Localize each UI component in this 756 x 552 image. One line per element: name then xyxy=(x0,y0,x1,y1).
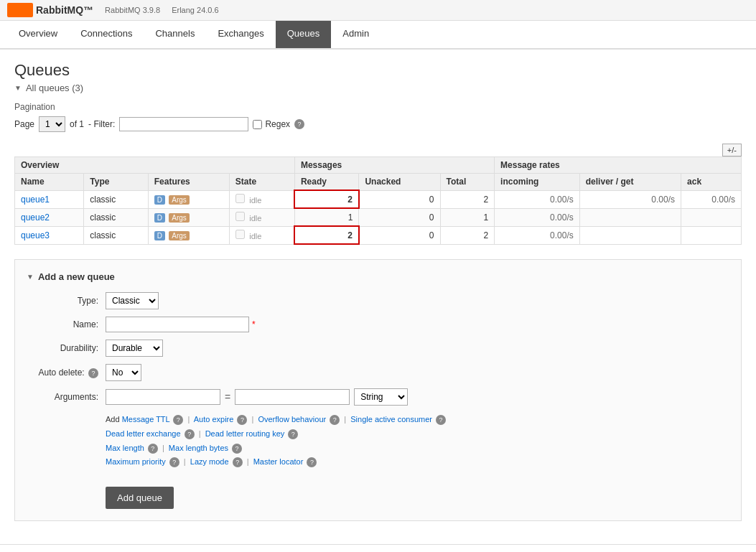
name-label: Name: xyxy=(27,319,106,329)
hint-message-ttl-help[interactable]: ? xyxy=(173,415,183,425)
equals-sign: = xyxy=(225,391,230,403)
cell-state: idle xyxy=(229,226,294,244)
hint-max-length-help[interactable]: ? xyxy=(148,444,158,454)
main-content: Queues ▼ All queues (3) Pagination Page … xyxy=(0,50,756,544)
page-select[interactable]: 1 xyxy=(39,116,65,132)
hint-overflow-help[interactable]: ? xyxy=(330,415,340,425)
cell-type: classic xyxy=(84,190,148,208)
hint-max-priority-help[interactable]: ? xyxy=(169,457,179,467)
hint-dead-letter-routing-key[interactable]: Dead letter routing key xyxy=(205,429,285,438)
badge-args: Args xyxy=(169,231,190,240)
regex-text: Regex xyxy=(265,119,290,129)
hint-auto-expire[interactable]: Auto expire xyxy=(194,415,234,424)
collapse-triangle: ▼ xyxy=(14,84,22,92)
arg-key-input[interactable] xyxy=(106,389,220,405)
cell-state: idle xyxy=(229,190,294,208)
nav-connections[interactable]: Connections xyxy=(69,21,144,48)
hint-auto-expire-help[interactable]: ? xyxy=(237,415,247,425)
cell-ack: 0.00/s xyxy=(681,190,742,208)
hint-dle-help[interactable]: ? xyxy=(185,429,195,439)
pagination-label: Pagination xyxy=(14,102,742,112)
nav-channels[interactable]: Channels xyxy=(144,21,206,48)
add-queue-section: ▼ Add a new queue Type: Classic Quorum N… xyxy=(14,259,742,521)
hint-dead-letter-exchange[interactable]: Dead letter exchange xyxy=(106,429,181,438)
arg-value-input[interactable] xyxy=(235,389,350,405)
th-ack: ack xyxy=(681,174,742,191)
th-name: Name xyxy=(15,174,84,191)
state-checkbox xyxy=(235,194,245,203)
erlang-text: Erlang 24.0.6 xyxy=(172,6,218,14)
hint-overflow-behaviour[interactable]: Overflow behaviour xyxy=(258,415,326,424)
add-hint-label: Add xyxy=(106,415,122,424)
nav-exchanges[interactable]: Exchanges xyxy=(206,21,275,48)
of-label: of 1 xyxy=(70,119,84,129)
required-star: * xyxy=(252,319,256,329)
add-queue-triangle: ▼ xyxy=(27,273,34,281)
state-text: idle xyxy=(249,232,261,240)
arguments-row: Arguments: = String Number Boolean xyxy=(27,388,729,406)
table-row: queue3 classic D Args idle 2 0 2 0.00/s xyxy=(15,226,742,244)
hint-single-active-help[interactable]: ? xyxy=(436,415,446,425)
regex-help-icon[interactable]: ? xyxy=(294,119,304,129)
badge-d: D xyxy=(154,213,165,223)
auto-delete-row: Auto delete: ? No Yes xyxy=(27,364,729,381)
auto-delete-select[interactable]: No Yes xyxy=(106,364,141,381)
hint-dlrk-help[interactable]: ? xyxy=(288,429,298,439)
logo: RabbitMQ™ xyxy=(7,3,93,17)
hint-max-length-bytes-help[interactable]: ? xyxy=(232,444,242,454)
cell-name[interactable]: queue1 xyxy=(15,190,84,208)
hint-message-ttl[interactable]: Message TTL xyxy=(122,415,170,424)
cell-name[interactable]: queue2 xyxy=(15,208,84,226)
th-incoming: incoming xyxy=(495,174,580,191)
logo-icon xyxy=(7,3,33,17)
nav-admin[interactable]: Admin xyxy=(331,21,381,48)
hint-master-locator[interactable]: Master locator xyxy=(253,457,304,466)
cell-ack xyxy=(681,226,742,244)
auto-delete-help-icon[interactable]: ? xyxy=(88,368,98,378)
hint-lazy-mode[interactable]: Lazy mode xyxy=(190,457,229,466)
footer: HTTP API Server Docs Tutorials Community… xyxy=(0,544,756,552)
logo-text: RabbitMQ™ xyxy=(36,4,93,16)
badge-d: D xyxy=(154,231,165,240)
cell-total: 2 xyxy=(440,190,495,208)
regex-checkbox[interactable] xyxy=(253,120,262,129)
nav-overview[interactable]: Overview xyxy=(7,21,69,48)
state-checkbox xyxy=(235,230,245,239)
cell-type: classic xyxy=(84,226,148,244)
durability-select[interactable]: Durable Transient xyxy=(106,340,163,357)
message-rates-header: Message rates xyxy=(495,157,742,174)
arguments-label: Arguments: xyxy=(27,392,106,402)
hint-max-length[interactable]: Max length xyxy=(106,444,144,452)
type-select[interactable]: Classic Quorum xyxy=(106,292,159,309)
hint-max-length-bytes[interactable]: Max length bytes xyxy=(169,444,228,452)
page-label: Page xyxy=(14,119,34,129)
hint-single-active-consumer[interactable]: Single active consumer xyxy=(350,415,432,424)
cell-state: idle xyxy=(229,208,294,226)
auto-delete-label: Auto delete: ? xyxy=(27,368,106,378)
version-text: RabbitMQ 3.9.8 xyxy=(105,6,160,14)
badge-args: Args xyxy=(169,213,190,223)
all-queues-header[interactable]: ▼ All queues (3) xyxy=(14,83,742,93)
add-queue-button[interactable]: Add queue xyxy=(106,487,174,509)
add-queue-title[interactable]: ▼ Add a new queue xyxy=(27,271,729,282)
regex-label: Regex ? xyxy=(253,119,304,129)
cell-unacked: 0 xyxy=(359,190,440,208)
filter-input[interactable] xyxy=(119,117,248,131)
all-queues-label: All queues (3) xyxy=(26,83,83,93)
nav-queues[interactable]: Queues xyxy=(276,21,332,48)
name-input[interactable] xyxy=(106,317,249,332)
cell-name[interactable]: queue3 xyxy=(15,226,84,244)
th-type: Type xyxy=(84,174,148,191)
hint-maximum-priority[interactable]: Maximum priority xyxy=(106,457,166,466)
name-row: Name: * xyxy=(27,317,729,332)
hint-master-locator-help[interactable]: ? xyxy=(307,457,317,467)
plus-minus-toggle[interactable]: +/- xyxy=(722,144,742,156)
type-row: Type: Classic Quorum xyxy=(27,292,729,309)
cell-total: 2 xyxy=(440,226,495,244)
badge-d: D xyxy=(154,195,165,205)
arg-hints: Add Message TTL ? | Auto expire ? | Over… xyxy=(106,413,729,469)
th-state: State xyxy=(229,174,294,191)
arg-type-select[interactable]: String Number Boolean xyxy=(354,388,408,406)
table-row: queue1 classic D Args idle 2 0 2 0.00/s … xyxy=(15,190,742,208)
hint-lazy-help[interactable]: ? xyxy=(233,457,243,467)
